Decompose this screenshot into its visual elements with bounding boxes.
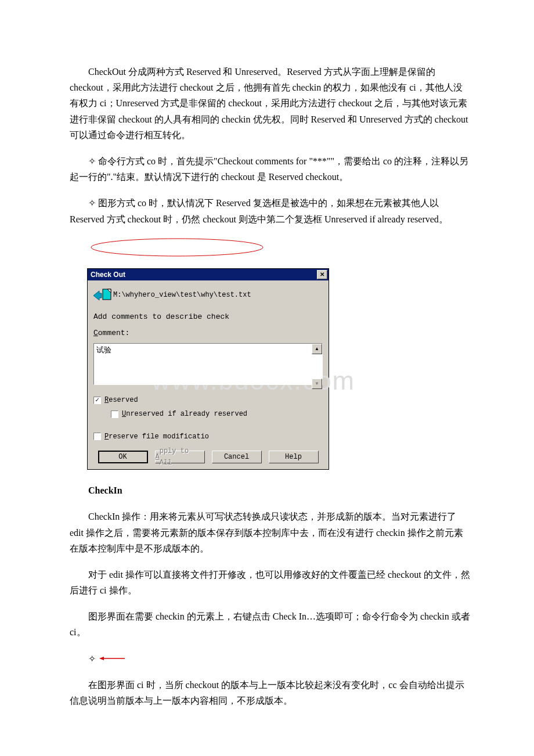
scroll-down-icon[interactable]: ▼ [312,379,322,389]
reserved-checkbox-row[interactable]: Reserved [93,394,323,406]
paragraph-checkin-intro: CheckIn 操作：用来将元素从可写状态转换成只读状态，并形成新的版本。当对元… [70,509,470,556]
scroll-up-icon[interactable]: ▲ [312,344,322,354]
dialog-title: Check Out [91,269,125,280]
paragraph-checkout-cli: ✧ 命令行方式 co 时，首先提示"Checkout comments for … [70,153,470,185]
paragraph-checkin-gui: 图形界面在需要 checkin 的元素上，右键点击 Check In…选项即可；… [70,609,470,640]
annotation-arrow: ✧ [88,651,470,667]
comment-label: Comment: [93,327,323,340]
help-button[interactable]: Help [269,451,319,463]
ok-button[interactable]: OK [98,451,148,463]
paragraph-checkout-gui: ✧ 图形方式 co 时，默认情况下 Reserved 复选框是被选中的，如果想在… [70,195,470,226]
checkin-heading: CheckIn [70,483,470,498]
svg-marker-5 [99,657,104,660]
paragraph-checkin-edit: 对于 edit 操作可以直接将文件打开修改，也可以用修改好的文件覆盖已经 che… [70,567,470,598]
paragraph-checkout-intro: CheckOut 分成两种方式 Reserved 和 Unreserved。Re… [70,64,470,143]
checkout-dialog: www.bdocx.com Check Out ✕ M:\whyhero_vie… [87,268,329,470]
dialog-titlebar: Check Out ✕ [88,269,329,280]
apply-to-all-button[interactable]: Apply to All [155,451,205,463]
comment-textarea[interactable] [93,343,323,385]
annotation-ellipse [90,237,264,258]
reserved-checkbox[interactable] [93,397,101,404]
paragraph-checkin-nochange: 在图形界面 ci 时，当所 checkout 的版本与上一版本比较起来没有变化时… [70,677,470,708]
unreserved-checkbox[interactable] [111,411,118,418]
dialog-description: Add comments to describe check [93,311,323,323]
file-path: M:\whyhero_view\test\why\test.txt [113,289,251,301]
svg-marker-1 [93,291,102,300]
unreserved-checkbox-row[interactable]: Unreserved if already reserved [111,408,323,420]
file-arrow-icon [93,287,113,304]
preserve-checkbox-row[interactable]: Preserve file modificatio [93,431,323,442]
close-icon[interactable]: ✕ [317,270,327,279]
preserve-checkbox[interactable] [93,433,101,440]
cancel-button[interactable]: Cancel [212,451,262,463]
svg-point-0 [91,239,263,256]
